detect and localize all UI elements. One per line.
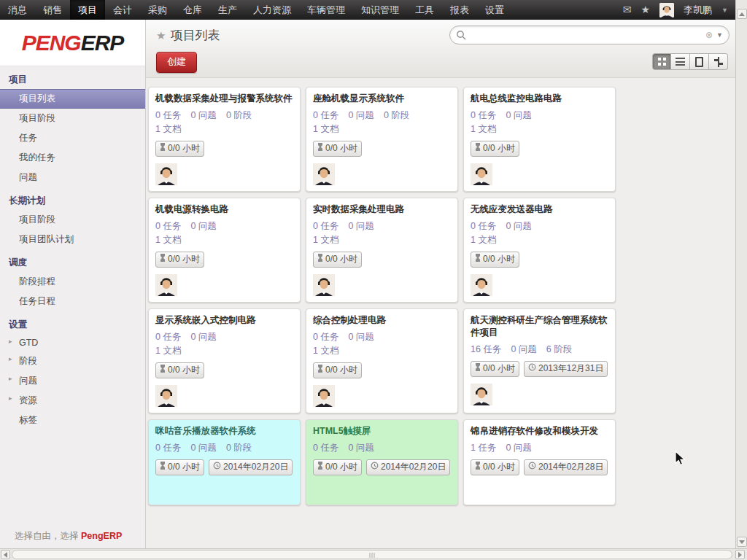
project-card-title[interactable]: 实时数据采集处理电路 <box>313 203 451 216</box>
mail-icon[interactable]: ✉ <box>623 0 632 20</box>
project-card[interactable]: 咪咕音乐播放器软件系统0 任务0 问题0 阶段0/0 小时2014年02月20日 <box>148 419 301 505</box>
top-menu-item-会计[interactable]: 会计 <box>105 0 140 20</box>
stat-link[interactable]: 0 任务 <box>155 221 181 231</box>
scroll-left-button[interactable] <box>1 550 10 559</box>
stat-link[interactable]: 0 问题 <box>506 110 531 120</box>
search-options-caret-icon[interactable]: ▼ <box>716 31 723 39</box>
sidebar-item-项目列表[interactable]: 项目列表 <box>0 89 145 109</box>
documents-link[interactable]: 1 文档 <box>155 345 293 357</box>
stat-link[interactable]: 0 阶段 <box>226 110 252 120</box>
stat-link[interactable]: 0 问题 <box>348 221 374 231</box>
project-card-title[interactable]: 航电总线监控电路电路 <box>471 93 608 105</box>
project-card[interactable]: 实时数据采集处理电路0 任务0 问题1 文档0/0 小时 <box>306 198 458 303</box>
vertical-scrollbar[interactable] <box>735 0 747 548</box>
project-card-title[interactable]: 显示系统嵌入式控制电路 <box>155 314 293 327</box>
project-card[interactable]: HTML5触摸屏0 任务0 问题0/0 小时2014年02月20日 <box>306 419 458 505</box>
project-card-title[interactable]: 座舱机载显示系统软件 <box>313 93 451 105</box>
favorite-star-icon[interactable]: ★ <box>156 29 166 42</box>
stat-link[interactable]: 0 问题 <box>348 443 374 453</box>
top-menu-item-报表[interactable]: 报表 <box>442 0 477 20</box>
expand-arrow-icon[interactable]: ▸ <box>9 355 12 362</box>
stat-link[interactable]: 0 问题 <box>348 332 374 342</box>
project-card-title[interactable]: 航天测控科研生产综合管理系统软件项目 <box>471 314 608 339</box>
search-clear-icon[interactable]: ⊗ <box>705 30 713 40</box>
sidebar-item-资源[interactable]: ▸资源 <box>0 391 145 411</box>
top-menu-item-车辆管理[interactable]: 车辆管理 <box>299 0 353 20</box>
stat-link[interactable]: 0 问题 <box>506 443 531 453</box>
stat-link[interactable]: 6 阶段 <box>546 344 572 354</box>
project-card[interactable]: 航天测控科研生产综合管理系统软件项目16 任务0 问题6 阶段0/0 小时201… <box>463 308 616 413</box>
sidebar-item-项目团队计划[interactable]: 项目团队计划 <box>0 230 145 249</box>
sidebar-item-问题[interactable]: ▸问题 <box>0 371 145 391</box>
project-card-title[interactable]: 无线应变发送器电路 <box>471 203 608 216</box>
sidebar-item-GTD[interactable]: ▸GTD <box>0 334 145 351</box>
create-button[interactable]: 创建 <box>156 52 197 73</box>
project-card[interactable]: 航电总线监控电路电路0 任务0 问题1 文档0/0 小时 <box>463 87 616 192</box>
scroll-right-button[interactable] <box>735 550 745 559</box>
list-view-button[interactable] <box>671 53 690 70</box>
project-card[interactable]: 座舱机载显示系统软件0 任务0 问题0 阶段1 文档0/0 小时 <box>306 87 458 192</box>
user-avatar[interactable] <box>659 3 674 18</box>
sidebar-item-项目阶段[interactable]: 项目阶段 <box>0 109 145 128</box>
top-menu-item-消息[interactable]: 消息 <box>0 0 35 20</box>
stat-link[interactable]: 0 任务 <box>155 443 181 453</box>
sidebar-item-阶段排程[interactable]: 阶段排程 <box>0 272 145 292</box>
documents-link[interactable]: 1 文档 <box>155 234 293 246</box>
documents-link[interactable]: 1 文档 <box>313 345 451 357</box>
sidebar-item-任务日程[interactable]: 任务日程 <box>0 292 145 311</box>
project-card[interactable]: 机载电源转换电路0 任务0 问题1 文档0/0 小时 <box>148 198 301 303</box>
top-menu-item-生产[interactable]: 生产 <box>210 0 245 20</box>
top-menu-item-仓库[interactable]: 仓库 <box>175 0 210 20</box>
documents-link[interactable]: 1 文档 <box>155 123 293 136</box>
top-menu-item-设置[interactable]: 设置 <box>477 0 512 20</box>
stat-link[interactable]: 0 任务 <box>471 221 496 231</box>
scroll-down-button[interactable] <box>737 537 747 547</box>
top-menu-item-采购[interactable]: 采购 <box>140 0 175 20</box>
project-card-title[interactable]: HTML5触摸屏 <box>313 425 451 438</box>
expand-arrow-icon[interactable]: ▸ <box>9 375 12 382</box>
project-card[interactable]: 机载数据采集处理与报警系统软件0 任务0 问题0 阶段1 文档0/0 小时 <box>148 87 301 192</box>
top-menu-item-知识管理[interactable]: 知识管理 <box>353 0 407 20</box>
documents-link[interactable]: 1 文档 <box>313 234 451 246</box>
stat-link[interactable]: 0 阶段 <box>226 443 252 453</box>
horizontal-scrollbar-thumb[interactable] <box>12 550 732 559</box>
stat-link[interactable]: 16 任务 <box>471 344 501 354</box>
form-view-button[interactable] <box>690 53 709 70</box>
stat-link[interactable]: 0 任务 <box>313 110 338 120</box>
stat-link[interactable]: 0 任务 <box>313 332 338 342</box>
documents-link[interactable]: 1 文档 <box>471 123 608 136</box>
search-input[interactable] <box>471 28 705 42</box>
expand-arrow-icon[interactable]: ▸ <box>9 394 12 402</box>
stat-link[interactable]: 0 任务 <box>471 110 496 120</box>
kanban-view-button[interactable] <box>652 53 671 70</box>
sidebar-item-问题[interactable]: 问题 <box>0 168 145 187</box>
documents-link[interactable]: 1 文档 <box>471 234 608 246</box>
top-menu-item-销售[interactable]: 销售 <box>35 0 70 20</box>
gantt-view-button[interactable] <box>709 53 728 70</box>
sidebar-item-阶段[interactable]: ▸阶段 <box>0 351 145 371</box>
scroll-up-button[interactable] <box>737 9 747 19</box>
stat-link[interactable]: 0 问题 <box>190 221 216 231</box>
stat-link[interactable]: 0 问题 <box>190 110 216 120</box>
stat-link[interactable]: 0 任务 <box>155 110 181 120</box>
stat-link[interactable]: 0 任务 <box>313 221 338 231</box>
user-menu-caret-icon[interactable]: ▼ <box>721 7 728 14</box>
project-card[interactable]: 显示系统嵌入式控制电路0 任务0 问题1 文档0/0 小时 <box>148 308 301 413</box>
stat-link[interactable]: 0 任务 <box>155 332 181 342</box>
stat-link[interactable]: 0 问题 <box>190 332 216 342</box>
sidebar-item-标签[interactable]: 标签 <box>0 411 145 430</box>
sidebar-item-我的任务[interactable]: 我的任务 <box>0 148 145 168</box>
user-name[interactable]: 李凯鹏 <box>684 4 712 17</box>
stat-link[interactable]: 1 任务 <box>471 443 496 453</box>
star-icon[interactable]: ★ <box>641 0 651 20</box>
top-menu-item-项目[interactable]: 项目 <box>70 0 105 20</box>
project-card-title[interactable]: 机载数据采集处理与报警系统软件 <box>155 93 293 105</box>
stat-link[interactable]: 0 任务 <box>313 443 338 453</box>
project-card[interactable]: 锦帛进销存软件修改和模块开发1 任务0 问题0/0 小时2014年02月28日 <box>463 419 616 505</box>
project-card-title[interactable]: 咪咕音乐播放器软件系统 <box>155 425 293 438</box>
project-card-title[interactable]: 锦帛进销存软件修改和模块开发 <box>471 425 608 438</box>
stat-link[interactable]: 0 问题 <box>348 110 374 120</box>
project-card[interactable]: 综合控制处理电路0 任务0 问题1 文档0/0 小时 <box>306 308 458 413</box>
stat-link[interactable]: 0 问题 <box>511 344 536 354</box>
expand-arrow-icon[interactable]: ▸ <box>9 338 12 345</box>
